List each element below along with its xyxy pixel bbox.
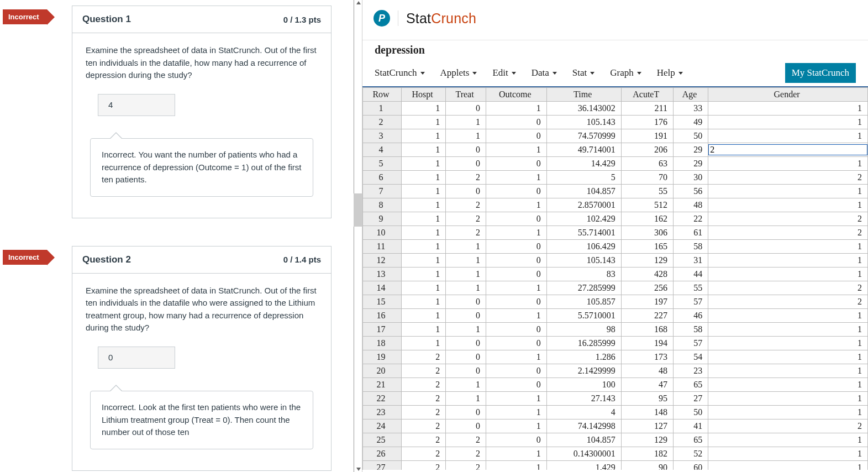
cell[interactable]: 1 [708, 240, 868, 254]
cell[interactable]: 129 [621, 433, 673, 447]
cell[interactable]: 0 [486, 116, 546, 129]
cell[interactable]: 27 [673, 392, 708, 406]
cell[interactable]: 2 [708, 171, 868, 185]
row-number[interactable]: 16 [363, 309, 402, 323]
cell[interactable]: 30 [673, 171, 708, 185]
cell[interactable]: 1 [708, 102, 868, 116]
cell[interactable]: 1 [486, 461, 546, 470]
cell[interactable]: 2 [402, 406, 446, 419]
cell[interactable]: 1 [708, 378, 868, 392]
cell[interactable]: 22 [673, 212, 708, 226]
menu-stat[interactable]: Stat [572, 67, 595, 78]
row-number[interactable]: 22 [363, 392, 402, 406]
cell[interactable]: 1 [402, 254, 446, 268]
cell[interactable]: 1 [402, 281, 446, 295]
cell[interactable]: 1 [708, 116, 868, 129]
cell[interactable]: 0 [486, 364, 546, 378]
cell[interactable]: 2 [708, 419, 868, 433]
cell[interactable]: 1.286 [546, 350, 621, 364]
cell[interactable]: 61 [673, 226, 708, 240]
cell[interactable]: 98 [546, 323, 621, 337]
row-number[interactable]: 23 [363, 406, 402, 419]
cell[interactable]: 105.857 [546, 295, 621, 309]
cell[interactable]: 1 [486, 406, 546, 419]
cell[interactable]: 0 [446, 185, 486, 198]
cell[interactable]: 55 [621, 185, 673, 198]
cell[interactable]: 0 [446, 350, 486, 364]
column-header-acutet[interactable]: AcuteT [621, 88, 673, 102]
cell[interactable]: 1 [486, 102, 546, 116]
cell[interactable]: 90 [621, 461, 673, 470]
cell[interactable]: 2 [402, 419, 446, 433]
cell[interactable]: 57 [673, 337, 708, 350]
cell[interactable]: 1 [486, 226, 546, 240]
cell[interactable]: 105.143 [546, 254, 621, 268]
cell[interactable]: 5 [546, 171, 621, 185]
menu-statcrunch[interactable]: StatCrunch [375, 67, 425, 78]
cell[interactable]: 1 [446, 254, 486, 268]
cell[interactable]: 23 [673, 364, 708, 378]
cell[interactable]: 0 [486, 268, 546, 281]
cell[interactable]: 1 [486, 309, 546, 323]
cell[interactable]: 65 [673, 378, 708, 392]
cell[interactable]: 1 [708, 364, 868, 378]
cell[interactable]: 0 [486, 254, 546, 268]
cell[interactable]: 1 [402, 295, 446, 309]
menu-graph[interactable]: Graph [610, 67, 641, 78]
row-number[interactable]: 24 [363, 419, 402, 433]
cell[interactable]: 102.429 [546, 212, 621, 226]
cell[interactable]: 1 [486, 171, 546, 185]
cell[interactable]: 1 [708, 198, 868, 212]
cell[interactable]: 1 [708, 129, 868, 143]
cell[interactable]: 50 [673, 406, 708, 419]
cell[interactable]: 0.14300001 [546, 447, 621, 461]
cell[interactable]: 2 [446, 461, 486, 470]
cell[interactable]: 2 [446, 433, 486, 447]
row-number[interactable]: 18 [363, 337, 402, 350]
row-number[interactable]: 11 [363, 240, 402, 254]
cell[interactable]: 14.429 [546, 157, 621, 171]
cell[interactable]: 1 [402, 240, 446, 254]
cell[interactable]: 33 [673, 102, 708, 116]
cell[interactable]: 1 [708, 406, 868, 419]
cell[interactable]: 0 [446, 143, 486, 157]
row-number[interactable]: 17 [363, 323, 402, 337]
cell[interactable]: 1 [446, 281, 486, 295]
cell[interactable]: 54 [673, 350, 708, 364]
column-header-age[interactable]: Age [673, 88, 708, 102]
cell[interactable]: 162 [621, 212, 673, 226]
cell[interactable]: 191 [621, 129, 673, 143]
cell[interactable]: 47 [621, 378, 673, 392]
cell[interactable]: 2 [402, 350, 446, 364]
cell[interactable]: 104.857 [546, 185, 621, 198]
cell[interactable]: 1.429 [546, 461, 621, 470]
cell[interactable]: 2 [708, 212, 868, 226]
cell[interactable]: 227 [621, 309, 673, 323]
cell[interactable]: 0 [486, 185, 546, 198]
row-number[interactable]: 15 [363, 295, 402, 309]
cell[interactable]: 1 [708, 337, 868, 350]
my-statcrunch-button[interactable]: My StatCrunch [785, 63, 856, 83]
cell[interactable]: 1 [402, 198, 446, 212]
cell[interactable]: 306 [621, 226, 673, 240]
cell[interactable]: 1 [402, 226, 446, 240]
cell[interactable]: 1 [708, 185, 868, 198]
column-header-row[interactable]: Row [363, 88, 402, 102]
cell[interactable]: 16.285999 [546, 337, 621, 350]
cell[interactable]: 104.857 [546, 433, 621, 447]
cell[interactable]: 2 [402, 447, 446, 461]
cell[interactable]: 0 [446, 337, 486, 350]
cell[interactable]: 1 [402, 171, 446, 185]
cell[interactable]: 41 [673, 419, 708, 433]
spreadsheet-table[interactable]: RowHosptTreatOutcomeTimeAcuteTAgeGender … [362, 87, 868, 470]
row-number[interactable]: 12 [363, 254, 402, 268]
row-number[interactable]: 25 [363, 433, 402, 447]
cell[interactable]: 1 [708, 157, 868, 171]
cell[interactable]: 50 [673, 129, 708, 143]
row-number[interactable]: 26 [363, 447, 402, 461]
cell[interactable]: 1 [486, 198, 546, 212]
cell[interactable]: 1 [402, 323, 446, 337]
menu-data[interactable]: Data [532, 67, 557, 78]
cell[interactable]: 0 [446, 406, 486, 419]
row-number[interactable]: 4 [363, 143, 402, 157]
